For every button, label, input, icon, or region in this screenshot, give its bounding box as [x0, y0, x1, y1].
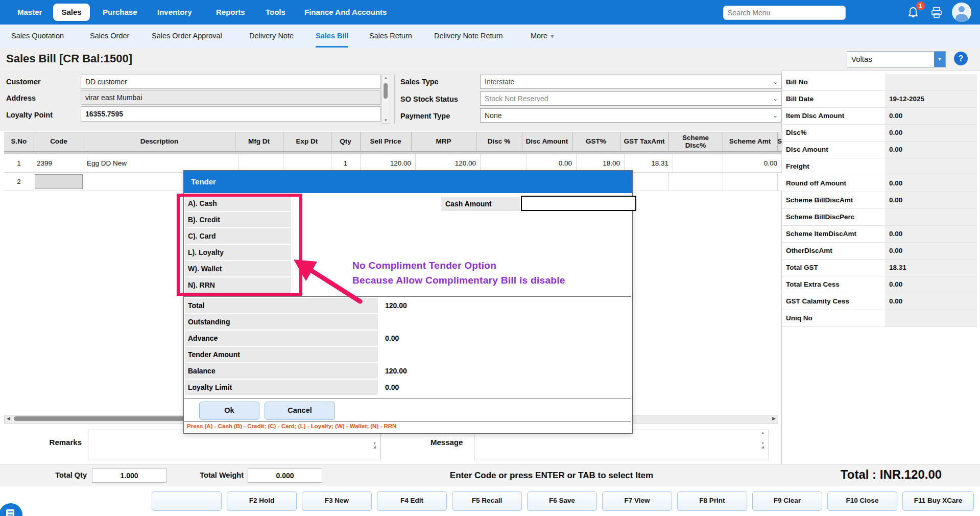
summary-label: Uniq No: [782, 310, 885, 326]
summary-row: OtherDiscAmt0.00: [782, 243, 977, 260]
col-scheme-disc-pct: Scheme Disc%: [668, 132, 723, 151]
subnav-delivery-note-return[interactable]: Delivery Note Return: [434, 25, 503, 48]
summary-row: Scheme ItemDiscAmt0.00: [782, 226, 977, 243]
summary-row: Total GST18.31: [782, 260, 977, 276]
cell-gst-pct: 18.00: [572, 154, 625, 172]
subnav-more[interactable]: More ▼: [531, 25, 555, 48]
address-label: Address: [6, 94, 36, 102]
subnav-sales-return[interactable]: Sales Return: [369, 25, 412, 48]
company-selector-value: Voltas: [851, 52, 872, 67]
cell-gst-taxamt: 18.31: [620, 154, 673, 172]
fkey-f11-buy-xcare[interactable]: F11 Buy XCare: [902, 491, 974, 511]
scroll-down-icon[interactable]: ▼: [382, 118, 390, 123]
code-entry-cell[interactable]: [35, 174, 83, 189]
tender-amount-label: Tender Amount: [185, 347, 378, 362]
message-scroll-icons[interactable]: ▲▼◢: [759, 431, 766, 449]
form-divider: [394, 75, 395, 124]
scroll-up-icon[interactable]: ▲: [382, 76, 390, 80]
fkey-f8-print[interactable]: F8 Print: [677, 491, 747, 511]
cell-disc-amount: 0.00: [522, 154, 577, 172]
col-clipped: S: [777, 132, 782, 151]
scroll-right-icon[interactable]: ▶: [770, 415, 778, 422]
customer-label: Customer: [6, 78, 41, 86]
summary-value: [885, 74, 977, 90]
tender-advance-value: 0.00: [385, 331, 399, 346]
col-scheme-amt: Scheme Amt: [723, 132, 778, 151]
scrollbar-thumb[interactable]: [384, 83, 388, 99]
summary-label: Disc Amount: [782, 142, 885, 158]
col-disc-pct: Disc %: [476, 132, 522, 151]
printer-icon[interactable]: [930, 7, 943, 18]
nav-reports[interactable]: Reports: [216, 0, 245, 25]
summary-label: Bill No: [782, 74, 885, 90]
nav-purchase[interactable]: Purchase: [103, 0, 137, 25]
total-qty-input[interactable]: [92, 468, 166, 483]
cancel-button[interactable]: Cancel: [265, 402, 335, 420]
avatar[interactable]: [952, 3, 971, 22]
summary-label: Item Disc Amount: [782, 108, 885, 124]
address-input[interactable]: [81, 90, 381, 105]
tender-amount-row: Tender Amount: [185, 346, 631, 363]
help-button[interactable]: ?: [954, 52, 968, 65]
summary-value: 0.00: [885, 243, 977, 259]
tender-advance-label: Advance: [185, 331, 378, 346]
dropdown-arrow-icon[interactable]: ▼: [934, 52, 945, 67]
summary-label: Bill Date: [782, 91, 885, 107]
subnav-sales-bill-active[interactable]: Sales Bill: [316, 25, 348, 48]
subnav-sales-quotation[interactable]: Sales Quotation: [11, 25, 64, 48]
nav-sales-active[interactable]: Sales: [53, 4, 90, 21]
summary-row: Item Disc Amount0.00: [782, 108, 977, 125]
company-selector[interactable]: Voltas ▼: [847, 51, 946, 67]
fkey-f6-save[interactable]: F6 Save: [527, 491, 597, 511]
ok-button[interactable]: Ok: [199, 402, 259, 420]
chevron-down-icon: ⌄: [773, 75, 778, 88]
nav-inventory[interactable]: Inventory: [157, 0, 192, 25]
payment-type-select[interactable]: None ⌄: [480, 108, 781, 123]
nav-master[interactable]: Master: [17, 0, 42, 25]
modal-divider: [184, 296, 631, 297]
search-input[interactable]: [723, 6, 846, 20]
subnav-sales-order-approval[interactable]: Sales Order Approval: [152, 25, 222, 48]
tender-total-value: 120.00: [385, 298, 407, 313]
summary-value: 0.00: [885, 125, 977, 141]
cell-scheme-amt: [723, 173, 778, 191]
fkey-f7-view[interactable]: F7 View: [602, 491, 672, 511]
nav-finance-accounts[interactable]: Finance And Accounts: [304, 0, 387, 25]
sales-type-select[interactable]: Interstate ⌄: [480, 75, 781, 89]
subnav-delivery-note[interactable]: Delivery Note: [249, 25, 294, 48]
tender-loyalty-limit-label: Loyalty Limit: [185, 380, 378, 395]
cash-amount-input[interactable]: [521, 196, 636, 211]
customer-scrollbar[interactable]: ▲ ▼: [381, 75, 390, 124]
total-weight-input[interactable]: [248, 468, 322, 483]
so-stock-status-select[interactable]: Stock Not Reserved ⌄: [480, 91, 781, 106]
fkey-f10-close[interactable]: F10 Close: [827, 491, 897, 511]
tender-modal-title: Tender: [191, 171, 216, 193]
summary-row: Uniq No: [782, 310, 977, 327]
tender-modal-header[interactable]: Tender: [184, 171, 632, 193]
col-disc-amount: Disc Amount: [522, 132, 572, 151]
annotation-line2: Because Allow Complimentary Bill is disa…: [352, 275, 565, 286]
totals-strip: Total Qty Total Weight Enter Code or pre…: [0, 464, 980, 487]
loyalty-point-input[interactable]: [81, 106, 381, 122]
fkey-f3-new[interactable]: F3 New: [302, 491, 372, 511]
summary-value: 0.00: [885, 142, 977, 158]
message-textarea[interactable]: [474, 430, 769, 460]
sales-type-value: Interstate: [485, 78, 514, 86]
modal-divider: [184, 398, 631, 398]
page-header: Sales Bill [CR Bal:1500]: [0, 48, 980, 71]
fkey-f2-hold[interactable]: F2 Hold: [227, 491, 297, 511]
fkey-f9-clear[interactable]: F9 Clear: [752, 491, 822, 511]
scroll-left-icon[interactable]: ◀: [5, 415, 12, 422]
fkey-blank[interactable]: [152, 491, 222, 511]
fkey-f5-recall[interactable]: F5 Recall: [452, 491, 522, 511]
customer-input[interactable]: [81, 75, 381, 89]
fkey-f4-edit[interactable]: F4 Edit: [377, 491, 447, 511]
summary-row: Freight: [782, 158, 977, 175]
subnav-sales-order[interactable]: Sales Order: [90, 25, 129, 48]
cell-mfg-dt: [235, 154, 283, 172]
nav-tools[interactable]: Tools: [266, 0, 285, 25]
summary-label: OtherDiscAmt: [782, 243, 885, 259]
remarks-textarea[interactable]: [88, 430, 381, 460]
payment-type-label: Payment Type: [400, 112, 450, 120]
col-sno: S.No: [4, 132, 34, 151]
